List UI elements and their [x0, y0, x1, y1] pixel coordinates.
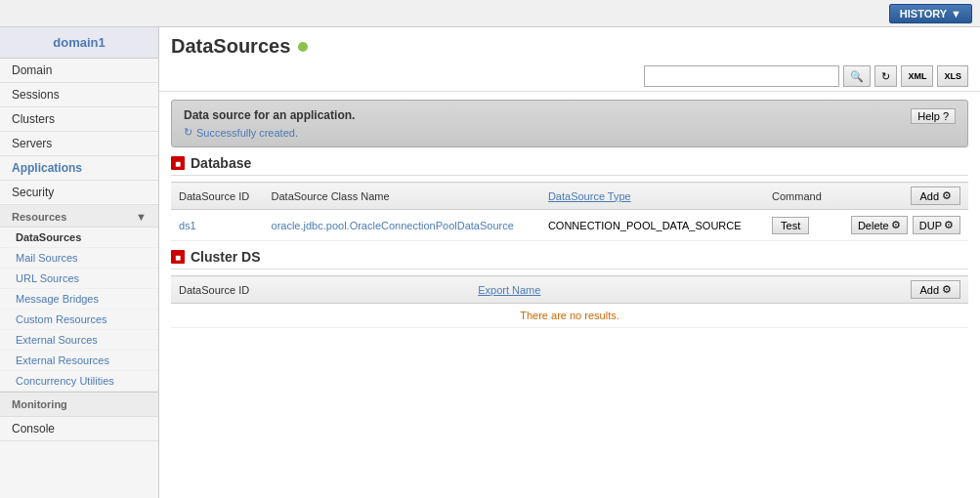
row-type: CONNECTION_POOL_DATA_SOURCE: [540, 210, 764, 241]
notification-refresh-icon: ↻: [184, 126, 192, 139]
database-section-title: Database: [191, 155, 251, 171]
dup-button[interactable]: DUP ⚙: [913, 216, 960, 234]
notification-message: ↻ Successfully created.: [184, 126, 956, 139]
database-table: DataSource ID DataSource Class Name Data…: [171, 182, 968, 241]
add-db-icon: ⚙: [942, 189, 952, 202]
sidebar-sub-datasources[interactable]: DataSources: [0, 228, 158, 248]
col-command: Command: [764, 183, 834, 210]
add-cluster-icon: ⚙: [942, 283, 952, 296]
content-area: DataSources 🔍 ↻ XML XLS Help ? Data sour…: [159, 27, 980, 498]
sidebar-item-clusters[interactable]: Clusters: [0, 107, 158, 132]
add-cluster-label: Add: [919, 284, 939, 296]
sidebar-sub-mail-sources[interactable]: Mail Sources: [0, 248, 158, 269]
database-section: ■ Database DataSource ID DataSource Clas…: [171, 155, 968, 241]
add-database-button[interactable]: Add ⚙: [911, 187, 960, 205]
add-db-label: Add: [919, 190, 939, 202]
col-datasource-id: DataSource ID: [171, 183, 264, 210]
test-button[interactable]: Test: [772, 217, 809, 234]
search-button[interactable]: 🔍: [843, 65, 871, 87]
top-bar: HISTORY ▼: [0, 0, 980, 27]
notification-title: Data source for an application.: [184, 108, 956, 122]
sidebar-domain[interactable]: domain1: [0, 27, 158, 59]
xls-icon: XLS: [944, 71, 961, 81]
sidebar-sub-external-sources[interactable]: External Sources: [0, 330, 158, 351]
status-dot: [298, 42, 308, 52]
resources-label: Resources: [12, 211, 66, 223]
xml-icon: XML: [908, 71, 926, 81]
history-label: HISTORY: [900, 8, 947, 20]
sidebar-item-applications[interactable]: Applications: [0, 156, 158, 181]
page-title: DataSources: [171, 35, 290, 58]
no-results-row: There are no results.: [171, 304, 968, 328]
sidebar-resources-section[interactable]: Resources ▼: [0, 205, 158, 228]
col-cluster-ds-id: DataSource ID: [171, 276, 470, 304]
export-xml-button[interactable]: XML: [901, 65, 933, 87]
resources-chevron-icon: ▼: [136, 211, 147, 223]
sidebar-item-servers[interactable]: Servers: [0, 132, 158, 156]
ds1-link[interactable]: ds1: [179, 220, 196, 231]
refresh-icon: ↻: [881, 70, 890, 83]
dup-icon: ⚙: [944, 219, 954, 231]
col-add-cluster: Add ⚙: [743, 276, 968, 304]
cluster-section-icon: ■: [171, 250, 185, 264]
col-datasource-class: DataSource Class Name: [264, 183, 540, 210]
help-button[interactable]: Help ?: [911, 108, 956, 124]
toolbar: 🔍 ↻ XML XLS: [159, 62, 980, 92]
history-arrow-icon: ▼: [951, 8, 961, 20]
cluster-section-title: Cluster DS: [191, 249, 261, 265]
main-layout: domain1 Domain Sessions Clusters Servers…: [0, 27, 980, 498]
cluster-table: DataSource ID Export Name Add ⚙ There ar…: [171, 275, 968, 328]
sidebar-console[interactable]: Console: [0, 417, 158, 441]
sidebar-item-security[interactable]: Security: [0, 181, 158, 205]
no-results-text: There are no results.: [171, 304, 968, 328]
search-icon: 🔍: [850, 70, 864, 83]
table-row: ds1 oracle.jdbc.pool.OracleConnectionPoo…: [171, 210, 968, 241]
content-header: DataSources: [159, 27, 980, 62]
dup-label: DUP: [919, 220, 942, 231]
row-command: Test: [764, 210, 834, 241]
sidebar-item-domain[interactable]: Domain: [0, 59, 158, 83]
search-input[interactable]: [644, 65, 839, 87]
class-name-link[interactable]: oracle.jdbc.pool.OracleConnectionPoolDat…: [272, 220, 514, 231]
sidebar-item-sessions[interactable]: Sessions: [0, 83, 158, 107]
sidebar: domain1 Domain Sessions Clusters Servers…: [0, 27, 159, 498]
database-section-icon: ■: [171, 156, 185, 170]
database-section-header: ■ Database: [171, 155, 968, 176]
row-ds-id: ds1: [171, 210, 264, 241]
notification-banner: Help ? Data source for an application. ↻…: [171, 100, 968, 147]
sidebar-sub-concurrency-utilities[interactable]: Concurrency Utilities: [0, 371, 158, 392]
col-export-name[interactable]: Export Name: [470, 276, 743, 304]
cluster-section-header: ■ Cluster DS: [171, 249, 968, 270]
sidebar-sub-message-bridges[interactable]: Message Bridges: [0, 289, 158, 310]
sidebar-sub-url-sources[interactable]: URL Sources: [0, 269, 158, 289]
delete-label: Delete: [858, 220, 889, 231]
row-class-name: oracle.jdbc.pool.OracleConnectionPoolDat…: [264, 210, 540, 241]
refresh-button[interactable]: ↻: [874, 65, 897, 87]
row-actions: Delete ⚙ DUP ⚙: [834, 210, 968, 241]
delete-button[interactable]: Delete ⚙: [851, 216, 908, 234]
col-datasource-type[interactable]: DataSource Type: [540, 183, 764, 210]
col-add-db: Add ⚙: [834, 183, 968, 210]
cluster-section: ■ Cluster DS DataSource ID Export Name A…: [171, 249, 968, 328]
sidebar-monitoring: Monitoring: [0, 392, 158, 417]
notification-text: Successfully created.: [196, 127, 298, 139]
history-button[interactable]: HISTORY ▼: [889, 4, 972, 23]
add-cluster-button[interactable]: Add ⚙: [911, 280, 960, 299]
delete-icon: ⚙: [891, 219, 901, 231]
sidebar-sub-external-resources[interactable]: External Resources: [0, 351, 158, 371]
export-xls-button[interactable]: XLS: [937, 65, 968, 87]
sidebar-sub-custom-resources[interactable]: Custom Resources: [0, 310, 158, 330]
